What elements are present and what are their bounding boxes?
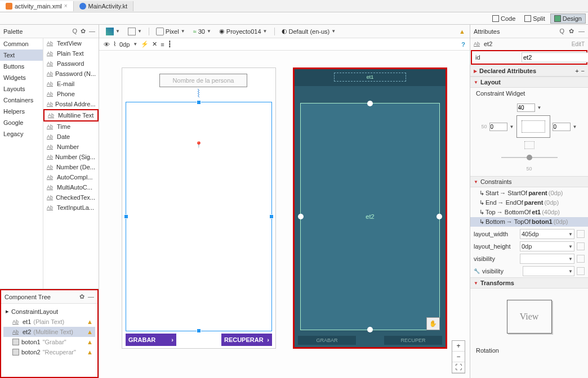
- cat-containers[interactable]: Containers: [0, 94, 43, 106]
- api-select[interactable]: ≈30▼: [191, 27, 213, 36]
- grabar-button[interactable]: GRABAR›: [126, 334, 176, 346]
- search-icon[interactable]: Q: [559, 28, 564, 35]
- collapse-icon[interactable]: —: [89, 28, 95, 35]
- cw-top-input[interactable]: [517, 104, 535, 112]
- gear-icon[interactable]: ✿: [81, 28, 86, 35]
- cat-google[interactable]: Google: [0, 117, 43, 128]
- bp-et2[interactable]: et2: [300, 103, 440, 330]
- binding-icon[interactable]: [577, 242, 585, 250]
- device-select[interactable]: Pixel▼: [154, 26, 188, 37]
- orientation-button[interactable]: ▼: [126, 26, 144, 37]
- bias-slider[interactable]: [501, 157, 558, 158]
- align-icon[interactable]: ≡: [161, 41, 164, 48]
- cat-legacy[interactable]: Legacy: [0, 128, 43, 140]
- et2-preview[interactable]: [126, 102, 272, 331]
- constraint-end[interactable]: ↳End→ EndOf parent (0dp): [470, 198, 588, 208]
- design-canvas[interactable]: Nombre de la persona ⦚ GRABAR› RECUPERAR…: [99, 51, 470, 378]
- palette-item[interactable]: AbPassword (N...: [43, 69, 99, 79]
- locale-select[interactable]: ◐Default (en-us)▼: [279, 26, 338, 36]
- tree-item-et2[interactable]: Ab et2 (Multiline Text) ▲: [3, 327, 95, 337]
- binding-icon[interactable]: [577, 267, 585, 275]
- section-declared[interactable]: ▶ Declared Attributes + −: [470, 65, 588, 76]
- cat-common[interactable]: Common: [0, 38, 43, 50]
- eye-icon[interactable]: 👁: [104, 41, 110, 48]
- cw-right-input[interactable]: [553, 123, 571, 131]
- cat-text[interactable]: Text: [0, 50, 43, 61]
- zoom-fit-button[interactable]: ⛶: [452, 362, 465, 373]
- magnet-icon[interactable]: ⌇: [113, 40, 116, 48]
- section-layout[interactable]: ▼ Layout: [470, 76, 588, 88]
- cw-left-input[interactable]: [489, 123, 507, 131]
- tree-item-et1[interactable]: Ab et1 (Plain Text) ▲: [3, 317, 95, 327]
- constraint-start[interactable]: ↳Start→ StartOf parent (0dp): [470, 188, 588, 198]
- et1-preview[interactable]: Nombre de la persona: [159, 74, 247, 87]
- palette-item-multiline[interactable]: AbMultiline Text: [43, 109, 99, 122]
- palette-item[interactable]: AbCheckedTex...: [43, 192, 99, 202]
- search-icon[interactable]: Q: [72, 28, 77, 35]
- collapse-icon[interactable]: —: [88, 293, 94, 300]
- gear-icon[interactable]: ✿: [569, 28, 574, 35]
- layout-height-select[interactable]: 0dp▼: [520, 241, 574, 251]
- margin-input[interactable]: 0dp: [119, 41, 130, 48]
- palette-item[interactable]: AbNumber (Sig...: [43, 152, 99, 162]
- palette-item[interactable]: AbAutoCompl...: [43, 172, 99, 182]
- wand-icon[interactable]: ⚡: [141, 40, 149, 48]
- resize-handle[interactable]: [436, 214, 442, 219]
- blueprint-preview[interactable]: et1 et2 GRABAR RECUPER ✋: [293, 68, 447, 349]
- pan-icon[interactable]: ✋: [426, 317, 440, 330]
- resize-handle[interactable]: [367, 327, 373, 332]
- palette-item[interactable]: AbNumber: [43, 142, 99, 152]
- palette-item[interactable]: AbTextView: [43, 38, 99, 48]
- bp-recuperar-button[interactable]: RECUPER: [384, 336, 442, 345]
- palette-item[interactable]: AbDate: [43, 132, 99, 142]
- warning-icon[interactable]: ▲: [459, 28, 465, 35]
- section-transforms[interactable]: ▼ Transforms: [470, 277, 588, 289]
- recuperar-button[interactable]: RECUPERAR›: [221, 334, 272, 346]
- palette-item[interactable]: AbPlain Text: [43, 48, 99, 58]
- cat-helpers[interactable]: Helpers: [0, 106, 43, 117]
- clear-icon[interactable]: ✕: [152, 40, 157, 48]
- help-icon[interactable]: ?: [461, 41, 465, 48]
- guideline-icon[interactable]: ┇: [168, 40, 172, 48]
- palette-item[interactable]: AbTime: [43, 122, 99, 132]
- resize-handle[interactable]: [197, 328, 201, 333]
- cat-widgets[interactable]: Widgets: [0, 72, 43, 83]
- visibility-select[interactable]: ▼: [520, 254, 574, 264]
- tree-item-boton1[interactable]: boton1 "Grabar" ▲: [3, 337, 95, 347]
- layout-width-select[interactable]: 405dp▼: [520, 229, 574, 239]
- close-icon[interactable]: ×: [64, 3, 68, 9]
- zoom-out-button[interactable]: −: [452, 352, 465, 362]
- view-code-button[interactable]: Code: [488, 14, 519, 24]
- surface-button[interactable]: ▼: [104, 26, 122, 37]
- palette-item[interactable]: AbTextInputLa...: [43, 202, 99, 213]
- cw-bottom-dotted[interactable]: [524, 141, 534, 149]
- collapse-icon[interactable]: —: [578, 28, 585, 35]
- gear-icon[interactable]: ✿: [79, 293, 84, 300]
- bp-grabar-button[interactable]: GRABAR: [298, 336, 356, 345]
- theme-select[interactable]: ◉Proyecto014▼: [217, 26, 270, 36]
- palette-item[interactable]: AbE-mail: [43, 79, 99, 89]
- section-constraints[interactable]: ▼ Constraints: [470, 176, 588, 187]
- resize-handle[interactable]: [367, 101, 373, 106]
- tab-activity-main[interactable]: activity_main.xml ×: [0, 1, 74, 11]
- binding-icon[interactable]: [577, 230, 585, 238]
- constraint-bottom[interactable]: ↳Bottom→ TopOf boton1 (0dp): [470, 217, 588, 227]
- resize-handle[interactable]: [197, 100, 201, 105]
- constraint-top[interactable]: ↳Top→ BottomOf et1 (40dp): [470, 208, 588, 217]
- remove-icon[interactable]: −: [581, 68, 585, 74]
- cw-box[interactable]: [516, 115, 550, 138]
- id-input[interactable]: [522, 52, 588, 62]
- cat-layouts[interactable]: Layouts: [0, 83, 43, 94]
- constraint-widget[interactable]: ▼ 50 ▼ ▼ 50: [470, 99, 588, 176]
- view-design-button[interactable]: Design: [550, 14, 586, 24]
- binding-icon[interactable]: [577, 255, 585, 263]
- add-icon[interactable]: +: [575, 68, 578, 74]
- palette-item[interactable]: AbPhone: [43, 89, 99, 99]
- resize-handle[interactable]: [124, 214, 128, 219]
- tab-main-activity[interactable]: MainActivity.kt: [74, 1, 133, 11]
- resize-handle[interactable]: [269, 214, 274, 219]
- palette-item[interactable]: AbNumber (De...: [43, 162, 99, 172]
- view-split-button[interactable]: Split: [520, 14, 549, 24]
- palette-item[interactable]: AbPostal Addre...: [43, 99, 99, 109]
- resize-handle[interactable]: [298, 214, 304, 219]
